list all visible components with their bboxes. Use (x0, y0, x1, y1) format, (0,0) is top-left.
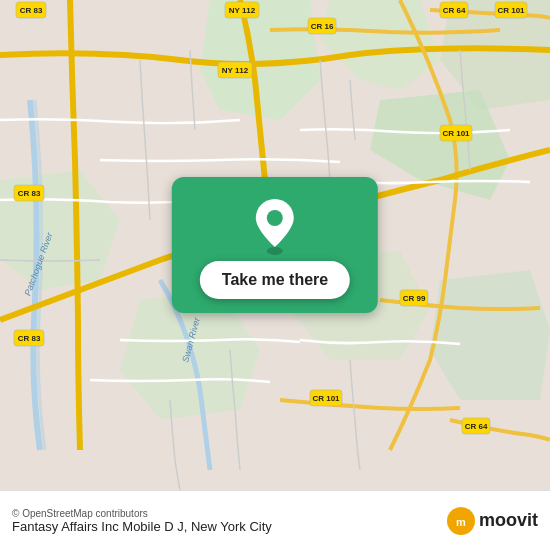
svg-point-36 (267, 210, 283, 226)
svg-text:CR 83: CR 83 (18, 189, 41, 198)
svg-text:CR 64: CR 64 (465, 422, 488, 431)
moovit-logo: m moovit (447, 507, 538, 535)
bottom-bar: © OpenStreetMap contributors Fantasy Aff… (0, 490, 550, 550)
svg-text:CR 64: CR 64 (443, 6, 466, 15)
bottom-info: © OpenStreetMap contributors Fantasy Aff… (12, 508, 272, 534)
svg-point-35 (267, 247, 283, 255)
svg-text:CR 83: CR 83 (20, 6, 43, 15)
svg-text:CR 101: CR 101 (497, 6, 525, 15)
location-pin-icon (251, 197, 299, 255)
svg-text:m: m (456, 515, 466, 527)
svg-text:CR 99: CR 99 (403, 294, 426, 303)
svg-text:NY 112: NY 112 (222, 66, 249, 75)
moovit-brand-name: moovit (479, 510, 538, 531)
place-name: Fantasy Affairs Inc Mobile D J, New York… (12, 519, 272, 534)
svg-text:CR 101: CR 101 (312, 394, 340, 403)
svg-text:CR 16: CR 16 (311, 22, 334, 31)
map-view: NY 112 NY 112 CR 83 CR 83 CR 83 CR 16 CR… (0, 0, 550, 490)
moovit-logo-icon: m (447, 507, 475, 535)
svg-text:NY 112: NY 112 (229, 6, 256, 15)
copyright-text: © OpenStreetMap contributors (12, 508, 272, 519)
take-me-there-overlay: Take me there (172, 177, 378, 313)
svg-text:CR 83: CR 83 (18, 334, 41, 343)
take-me-there-button[interactable]: Take me there (200, 261, 350, 299)
svg-text:CR 101: CR 101 (442, 129, 470, 138)
